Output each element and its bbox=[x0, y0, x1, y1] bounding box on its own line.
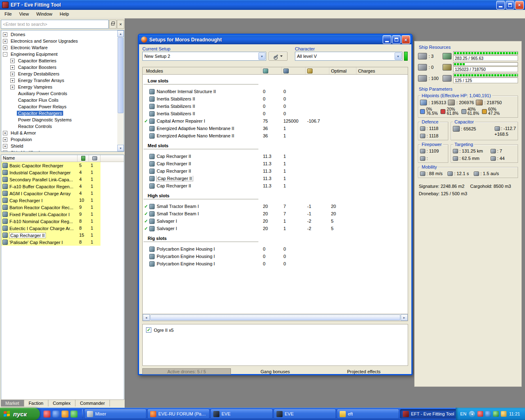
taskbar-task[interactable]: eft bbox=[337, 409, 399, 419]
module-row[interactable]: ✓Small Tractor Beam I207-120 bbox=[143, 210, 408, 217]
drone-checkbox[interactable]: ✓ bbox=[146, 327, 151, 333]
tray-icon-1[interactable] bbox=[477, 411, 483, 417]
close-panel-button[interactable]: × bbox=[117, 20, 124, 29]
active-drones-button[interactable]: Active drones: 5 / 5 bbox=[142, 368, 231, 374]
tree-item[interactable]: +Energy Destabilizers bbox=[1, 71, 124, 77]
chevron-down-icon[interactable]: ▼ bbox=[395, 52, 402, 60]
tree-item[interactable]: Capacitor Rechargers bbox=[1, 110, 124, 116]
module-row[interactable]: ✓Salvager I201-25 bbox=[143, 225, 408, 232]
tree-expander-icon[interactable]: + bbox=[10, 59, 15, 63]
tree-item[interactable]: Capacitor Flux Coils bbox=[1, 97, 124, 103]
menu-item-file[interactable]: File bbox=[1, 10, 16, 18]
cpu-column-header[interactable] bbox=[261, 67, 281, 74]
module-row[interactable]: ✓Capital Armor Repairer I75125000-106.7 bbox=[143, 117, 408, 125]
tree-item[interactable]: Auxiliary Power Controls bbox=[1, 90, 124, 97]
module-row[interactable]: Polycarbon Engine Housing I00 bbox=[143, 253, 408, 260]
tree-item[interactable]: +Drones bbox=[1, 31, 124, 38]
language-indicator[interactable]: EN bbox=[460, 411, 466, 416]
tree-item[interactable]: +Capacitor Batteries bbox=[1, 57, 124, 64]
taskbar-task[interactable]: EVE bbox=[274, 409, 336, 419]
module-row[interactable]: Cap Recharger II11.31 bbox=[143, 175, 408, 182]
minimize-button[interactable] bbox=[496, 1, 505, 9]
tree-item[interactable]: +Hull & Armor bbox=[1, 130, 124, 136]
modules-hscrollbar[interactable]: ◄ ► bbox=[143, 314, 408, 321]
tree-item[interactable]: +Electronic Warfare bbox=[1, 44, 124, 51]
setup-close-button[interactable]: × bbox=[402, 35, 410, 44]
scroll-down-button[interactable]: ▼ bbox=[117, 145, 124, 151]
setup-minimize-button[interactable] bbox=[383, 35, 391, 44]
character-combo[interactable]: All level V ▼ bbox=[295, 52, 402, 61]
tree-expander-icon[interactable]: + bbox=[3, 32, 7, 37]
modules-column-header[interactable]: Modules bbox=[143, 68, 261, 73]
maximize-button[interactable] bbox=[506, 1, 514, 9]
module-row[interactable]: Polycarbon Engine Housing I00 bbox=[143, 245, 408, 253]
scroll-left-button[interactable]: ◄ bbox=[143, 314, 150, 321]
tree-expander-icon[interactable]: + bbox=[3, 137, 7, 142]
list-item[interactable]: Eutectic I Capacitor Charge Ar...81 bbox=[1, 225, 124, 232]
module-row[interactable]: Polycarbon Engine Housing I00 bbox=[143, 260, 408, 267]
tree-item[interactable]: Reactor Controls bbox=[1, 123, 124, 130]
quick-launch-icon-4[interactable] bbox=[71, 411, 78, 418]
gang-bonuses-button[interactable]: Gang bonuses bbox=[231, 368, 320, 374]
tree-item[interactable]: +Propulsion bbox=[1, 136, 124, 143]
setup-restore-button[interactable] bbox=[392, 35, 401, 44]
scroll-thumb[interactable] bbox=[150, 315, 400, 320]
tree-item[interactable]: +Energy Transfer Arrays bbox=[1, 77, 124, 84]
meta-level-column-header[interactable] bbox=[78, 155, 89, 162]
module-row[interactable]: Cap Recharger II11.31 bbox=[143, 182, 408, 189]
tree-expander-icon[interactable]: + bbox=[3, 151, 7, 152]
taskbar-task[interactable]: Mixer bbox=[84, 409, 146, 419]
module-row[interactable]: Inertia Stabilizers II00 bbox=[143, 103, 408, 110]
menu-item-help[interactable]: Help bbox=[56, 10, 73, 18]
tray-icon-2[interactable] bbox=[485, 411, 491, 417]
capacitor-column-header[interactable] bbox=[305, 67, 329, 74]
menu-item-view[interactable]: View bbox=[16, 10, 33, 18]
start-button[interactable]: пуск bbox=[0, 408, 40, 420]
tab-market[interactable]: Market bbox=[1, 400, 24, 406]
tab-faction[interactable]: Faction bbox=[24, 400, 48, 406]
list-item[interactable]: F-b10 Nominal Capacitor Reg...81 bbox=[1, 218, 124, 225]
search-input[interactable] bbox=[1, 20, 109, 29]
module-row[interactable]: Energized Adaptive Nano Membrane II361 bbox=[143, 125, 408, 132]
module-row[interactable]: Nanofiber Internal Structure II00 bbox=[143, 88, 408, 95]
list-item[interactable]: Industrial Capacitor Recharger41 bbox=[1, 169, 124, 176]
close-button[interactable]: × bbox=[515, 1, 524, 9]
projected-effects-button[interactable]: Projected effects bbox=[320, 368, 408, 374]
module-row[interactable]: Energized Adaptive Nano Membrane II361 bbox=[143, 132, 408, 139]
module-row[interactable]: Cap Recharger II11.31 bbox=[143, 153, 408, 160]
list-item[interactable]: 'Palisade' Cap Recharger I81 bbox=[1, 239, 124, 246]
tree-item[interactable]: Capacitor Power Relays bbox=[1, 103, 124, 110]
tree-item[interactable]: +Energy Vampires bbox=[1, 84, 124, 90]
module-row[interactable]: Inertia Stabilizers II00 bbox=[143, 110, 408, 117]
quick-launch-icon-1[interactable] bbox=[43, 411, 50, 418]
list-item[interactable]: Basic Capacitor Recharger51 bbox=[1, 162, 124, 169]
quick-launch-icon-3[interactable] bbox=[62, 411, 68, 418]
tree-expander-icon[interactable]: + bbox=[10, 65, 15, 70]
tree-expander-icon[interactable]: + bbox=[3, 39, 7, 43]
list-item[interactable]: Cap Recharger II151 bbox=[1, 232, 124, 239]
taskbar-task[interactable]: EFT - Eve Fitting Tool bbox=[400, 409, 456, 419]
module-row[interactable]: Inertia Stabilizers II00 bbox=[143, 95, 408, 103]
module-row[interactable]: Cap Recharger II11.31 bbox=[143, 167, 408, 175]
tree-item[interactable]: -Engineering Equipment bbox=[1, 51, 124, 57]
optimal-column-header[interactable]: Optimal bbox=[329, 67, 356, 74]
tray-icon-3[interactable] bbox=[493, 411, 499, 417]
list-item[interactable]: Secondary Parallel Link-Capa...41 bbox=[1, 176, 124, 183]
module-row[interactable]: Cap Recharger II11.31 bbox=[143, 160, 408, 167]
menu-item-window[interactable]: Window bbox=[32, 10, 56, 18]
tree-item[interactable]: +Shield bbox=[1, 143, 124, 149]
taskbar-task[interactable]: EVE-RU FORUM (Раб... bbox=[147, 409, 210, 419]
module-row[interactable]: ✓Salvager I201-25 bbox=[143, 217, 408, 225]
quick-launch-icon-2[interactable] bbox=[52, 411, 59, 418]
tree-expander-icon[interactable]: + bbox=[10, 78, 15, 83]
list-item[interactable]: Barton Reactor Capacitor Rec...91 bbox=[1, 204, 124, 211]
pin-panel-button[interactable] bbox=[109, 20, 116, 29]
tree-item[interactable]: Power Diagnostic Systems bbox=[1, 116, 124, 123]
tab-commander[interactable]: Commander bbox=[75, 400, 110, 406]
tab-complex[interactable]: Complex bbox=[48, 400, 75, 406]
scroll-thumb[interactable] bbox=[118, 37, 123, 113]
module-row[interactable]: ✓Small Tractor Beam I207-120 bbox=[143, 203, 408, 210]
charges-column-header[interactable]: Charges bbox=[356, 67, 408, 74]
tray-icon-4[interactable] bbox=[501, 411, 507, 417]
chevron-down-icon[interactable]: ▼ bbox=[258, 52, 265, 60]
